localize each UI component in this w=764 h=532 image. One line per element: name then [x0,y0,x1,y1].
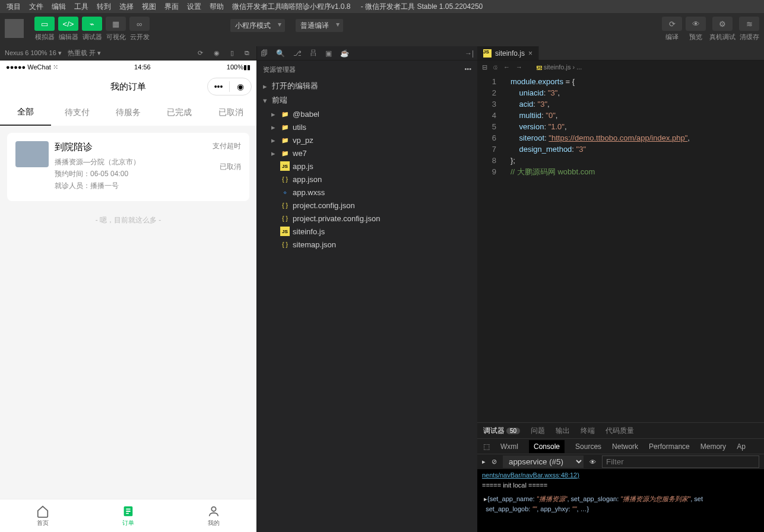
tab-cancel[interactable]: 已取消 [205,100,256,125]
tree-folder[interactable]: ▸📁utils [257,120,477,133]
files-icon[interactable]: 🗐 [261,49,268,58]
tree-open-editors[interactable]: ▸打开的编辑器 [257,79,477,93]
nav-mine[interactable]: 我的 [171,499,256,532]
dt-perf[interactable]: Performance [649,442,690,451]
refresh-icon[interactable]: ⟳ [195,49,205,57]
capsule[interactable]: •••◉ [207,78,252,95]
dt-wxml[interactable]: Wxml [500,442,518,451]
tree-file[interactable]: { }project.config.json [257,199,477,212]
more-icon[interactable]: ••• [464,65,471,74]
nav-home[interactable]: 首页 [0,499,85,532]
tree-folder[interactable]: ▸📁vp_pz [257,133,477,146]
menu-view[interactable]: 视图 [138,2,160,12]
cloud-button[interactable]: ∞云开发 [129,17,150,42]
menu-select[interactable]: 选择 [115,2,138,12]
filter-input[interactable] [602,455,759,468]
code-body[interactable]: module.exports = { uniacid: "3", acid: "… [503,74,764,422]
clear-cache-button[interactable]: ≋清缓存 [739,17,759,42]
menu-help[interactable]: 帮助 [205,2,228,12]
reload-select[interactable]: 热重载 开 [68,49,101,58]
tree-file[interactable]: ⋄app.wxss [257,186,477,199]
file-tab[interactable]: JSsiteinfo.js× [477,46,539,60]
menu-ui[interactable]: 界面 [160,2,183,12]
tree-file[interactable]: JSapp.js [257,160,477,173]
popout-icon[interactable]: ⧉ [242,49,252,57]
close-icon[interactable]: × [528,49,532,58]
tree-file[interactable]: { }app.json [257,173,477,186]
menu-tool[interactable]: 工具 [70,2,93,12]
tab-problems[interactable]: 问题 [531,426,545,436]
editor-button[interactable]: </>编辑器 [58,17,78,42]
simulator-panel: Nexus 6 100% 16 热重载 开 ⟳ ◉ ▯ ⧉ ●●●●● WeCh… [0,46,256,532]
tab-debugger[interactable]: 调试器50 [483,426,520,436]
menu-edit[interactable]: 编辑 [47,2,70,12]
console-filter: ▸ ⊘ appservice (#5) 👁 [477,454,764,469]
dt-app[interactable]: Ap [737,442,746,451]
outline-icon[interactable]: 吕 [310,48,317,58]
toggle-icon[interactable]: ⊟ [482,63,487,71]
code-editor[interactable]: 123456789 module.exports = { uniacid: "3… [477,74,764,422]
compile-button[interactable]: ⟳编译 [662,17,682,42]
gutter: 123456789 [477,74,503,422]
dt-sources[interactable]: Sources [575,442,601,451]
tree-folder[interactable]: ▸📁we7 [257,146,477,160]
tree-file[interactable]: { }sitemap.json [257,238,477,251]
dt-memory[interactable]: Memory [700,442,726,451]
dt-console[interactable]: Console [529,440,565,453]
more-icon: ••• [208,82,229,91]
back-icon[interactable]: ← [503,63,510,71]
bookmark-icon[interactable]: ⟃ [493,63,497,71]
collapse-icon[interactable]: →| [465,49,474,58]
explorer-header: 资源管理器••• [257,60,477,79]
list-end: - 嗯，目前就这么多 - [7,215,249,225]
git-icon[interactable]: ⎇ [293,49,302,58]
order-tabs: 全部 待支付 待服务 已完成 已取消 [0,100,256,126]
clear-icon[interactable]: ⊘ [492,458,497,466]
window-title: 嘀嗒陪诊小程序v1.0.8 - 微信开发者工具 Stable 1.05.2204… [277,2,487,12]
menu-project[interactable]: 项目 [2,2,25,12]
preview-button[interactable]: 👁预览 [686,17,706,42]
tab-serve[interactable]: 待服务 [103,100,154,125]
tree-root[interactable]: ▾前端 [257,93,477,107]
order-list[interactable]: 到院陪诊 播播资源—分院（北京市） 预约时间：06-05 04:00 就诊人员：… [0,126,256,499]
file-tree: ▸打开的编辑器 ▾前端 ▸📁@babel ▸📁utils ▸📁vp_pz ▸📁w… [257,79,477,251]
menu-file[interactable]: 文件 [25,2,47,12]
tab-pay[interactable]: 待支付 [51,100,102,125]
play-icon[interactable]: ▸ [482,458,486,466]
toolbar: ▭模拟器 </>编辑器 ⌁调试器 ▦可视化 ∞云开发 小程序模式 普通编译 ⟳编… [0,13,764,46]
order-status1: 支付超时 [213,141,241,151]
record-icon[interactable]: ◉ [211,49,222,57]
tab-done[interactable]: 已完成 [154,100,205,125]
breadcrumb: ⊟ ⟃ ← → JS siteinfo.js › ... [477,60,764,74]
nav-order[interactable]: 订单 [85,499,171,532]
compile-select[interactable]: 普通编译 [296,19,343,32]
remote-button[interactable]: ⚙真机调试 [709,17,736,42]
mode-select[interactable]: 小程序模式 [230,19,285,32]
fwd-icon[interactable]: → [516,63,522,71]
tab-terminal[interactable]: 终端 [581,426,595,436]
tree-folder[interactable]: ▸📁@babel [257,107,477,120]
ext-icon[interactable]: ▣ [325,49,332,58]
device-select[interactable]: Nexus 6 100% 16 [5,49,62,57]
eye-icon[interactable]: 👁 [589,458,596,466]
tab-quality[interactable]: 代码质量 [606,426,634,436]
debugger-button[interactable]: ⌁调试器 [82,17,102,42]
tab-all[interactable]: 全部 [0,100,51,126]
inspect-icon[interactable]: ⬚ [483,442,490,451]
lab-icon[interactable]: ☕ [340,49,349,58]
visual-button[interactable]: ▦可视化 [106,17,126,42]
order-card[interactable]: 到院陪诊 播播资源—分院（北京市） 预约时间：06-05 04:00 就诊人员：… [7,133,249,201]
menu-goto[interactable]: 转到 [93,2,115,12]
search-icon[interactable]: 🔍 [276,49,285,58]
dt-network[interactable]: Network [612,442,638,451]
tree-file[interactable]: { }project.private.config.json [257,212,477,225]
context-select[interactable]: appservice (#5) [503,455,584,468]
tab-output[interactable]: 输出 [556,426,570,436]
simulator-button[interactable]: ▭模拟器 [34,17,55,42]
menu-setting[interactable]: 设置 [183,2,205,12]
device-icon[interactable]: ▯ [228,49,236,57]
svg-point-1 [211,506,215,511]
tree-file[interactable]: JSsiteinfo.js [257,225,477,238]
close-icon: ◉ [230,82,251,91]
console-output[interactable]: nents/navBar/navBar.wxss:48:12) ===== in… [477,469,764,532]
